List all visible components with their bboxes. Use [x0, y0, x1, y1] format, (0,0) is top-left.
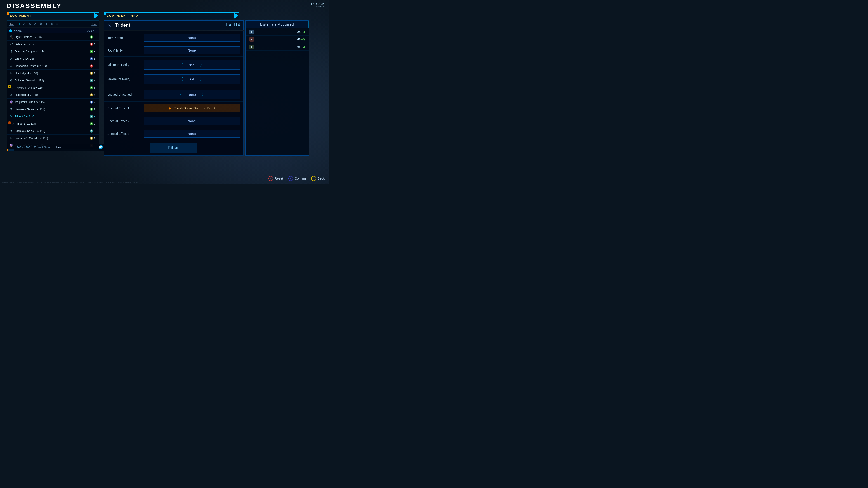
affinity-num: 8	[94, 115, 95, 118]
confirm-circle: ✕	[288, 176, 293, 181]
back-control[interactable]: ○ Back	[311, 176, 324, 181]
min-rarity-left-arrow[interactable]: 〈	[178, 62, 185, 68]
filter-row-item-name: Item Name None	[104, 31, 243, 44]
affinity-icon: ⬟	[90, 72, 93, 75]
job-affinity-value[interactable]: None	[144, 46, 240, 54]
affinity-num: 6	[94, 86, 95, 89]
item-affinity: ⬟ 7	[90, 137, 95, 140]
list-item[interactable]: ⚔ Barbarian's Sword (Lv. 115) ⬟ 7	[7, 135, 99, 142]
affinity-num: 7	[94, 137, 95, 140]
list-item[interactable]: ⚔ Lionheart's Sword (Lv. 120) ⬟ 8	[7, 62, 99, 70]
list-item[interactable]: ⚔ Hardedge (Lv. 116) ⬟ 7	[7, 70, 99, 77]
locked-value: None	[188, 93, 196, 96]
special1-control[interactable]: ▶ Slash Break Damage Dealt	[144, 104, 240, 112]
equipment-panel-title: EQUIPMENT	[10, 14, 31, 18]
item-icon: 🔨	[9, 35, 13, 39]
item-affinity: ⬟ 7	[90, 101, 95, 104]
item-level-display: Lv. 114	[226, 23, 240, 28]
item-badge: S	[8, 121, 11, 124]
filter-form: Item Name None Job Affinity None Minimum…	[103, 31, 244, 156]
list-header-dot	[9, 29, 12, 32]
list-item[interactable]: 🔨 Ogre Hammer (Lv. 53) ⬟ 3	[7, 33, 99, 41]
max-rarity-label: Maximum Rarity	[107, 77, 144, 81]
list-item[interactable]: 🗡 Sasuke & Saizō (Lv. 113) ⬟ 7	[7, 106, 99, 113]
hud-time: 28:46:26	[311, 5, 324, 8]
list-item[interactable]: 🛡 Defender (Lv. 54) ⬟ 3	[7, 41, 99, 48]
mat-plus: (+4)	[301, 38, 305, 41]
mat-plus: (+2)	[301, 31, 305, 33]
toolbar-sort-icon[interactable]: ≡	[55, 22, 59, 26]
mat-count: 24(+2)	[298, 30, 305, 33]
item-name: Trident (Lv. 114)	[15, 115, 90, 118]
filter-row-min-rarity: Minimum Rarity 〈 ★2 〉	[104, 58, 243, 72]
min-rarity-right-arrow[interactable]: 〉	[199, 62, 206, 68]
r3-badge[interactable]: R3	[99, 145, 103, 149]
reset-control[interactable]: ○ Reset	[268, 176, 283, 181]
back-label: Back	[318, 177, 324, 180]
affinity-num: 7	[94, 79, 95, 82]
equipment-panel: EQUIPMENT L1 ⊞ ✕ ⚔ ↗ ⚙ 🗡 ◈ ≡ R1 NAME Job…	[7, 12, 99, 151]
affinity-num: 3	[94, 43, 95, 46]
list-col-job: Job Aff	[88, 29, 96, 32]
max-rarity-right-arrow[interactable]: 〉	[199, 76, 206, 82]
tab-r1[interactable]: R1	[91, 22, 97, 26]
list-item[interactable]: 🗡 Sasuke & Saizō (Lv. 115) ⬟ 8	[7, 127, 99, 135]
toolbar-gear-icon[interactable]: ⚙	[38, 22, 43, 26]
affinity-num: 7	[94, 72, 95, 74]
level-value: 114	[233, 23, 240, 27]
toolbar-dash-icon[interactable]: ⚔	[27, 22, 32, 26]
special2-value[interactable]: None	[144, 117, 240, 125]
mat-count: 56(+2)	[298, 45, 305, 48]
special1-value: Slash Break Damage Dealt	[174, 106, 215, 110]
item-affinity: ⬟ 7	[90, 79, 95, 82]
list-item[interactable]: JE ⚔ Kikuichimonji (Lv. 115) ⬟ 6	[7, 84, 99, 91]
item-weapon-icon: ⚔	[107, 22, 112, 28]
tab-l1[interactable]: L1	[9, 22, 14, 26]
filter-button[interactable]: Filter	[150, 143, 197, 153]
list-item[interactable]: ⚙ Spinning Saws (Lv. 120) ⬟ 7	[7, 77, 99, 84]
item-affinity: ⬟ 8	[90, 129, 95, 133]
list-item[interactable]: ⚔ Trident (Lv. 114) ⬟ 8	[7, 113, 99, 120]
toolbar-grid-icon[interactable]: ⊞	[17, 22, 21, 26]
order-arrow[interactable]: 〈	[52, 145, 55, 149]
materials-row: ◆ 24(+2)	[246, 28, 309, 36]
affinity-num: 7	[94, 94, 95, 96]
list-item[interactable]: ⚔ Warlord (Lv. 28) ⬟ 1	[7, 55, 99, 62]
confirm-control[interactable]: ✕ Confirm	[288, 176, 306, 181]
filter-row-special2: Special Effect 2 None	[104, 115, 243, 127]
toolbar-filter-icon[interactable]: ◈	[50, 22, 54, 26]
filter-row-locked: Locked/Unlocked 〈 None 〉	[104, 88, 243, 102]
item-icon: 🗡	[9, 107, 13, 111]
item-name-value[interactable]: None	[144, 34, 240, 41]
affinity-icon: ⬟	[90, 108, 93, 111]
toolbar-arrow-icon[interactable]: ↗	[33, 22, 37, 26]
locked-control: 〈 None 〉	[144, 90, 240, 99]
mat-count: 42(+4)	[298, 38, 305, 41]
item-icon: 🛡	[9, 42, 13, 46]
affinity-icon: ⬟	[90, 93, 93, 96]
locked-left-arrow[interactable]: 〈	[176, 92, 183, 97]
equipment-panel-header: EQUIPMENT	[7, 12, 99, 19]
list-item[interactable]: ⚔ Hardedge (Lv. 115) ⬟ 7	[7, 91, 99, 98]
toolbar-sword-icon[interactable]: 🗡	[44, 22, 49, 26]
list-item[interactable]: S ⚔ Trident (Lv. 117) ⬟ 6	[7, 120, 99, 127]
toolbar-x-icon[interactable]: ✕	[22, 22, 26, 26]
list-item[interactable]: 🗡 Dancing Daggers (Lv. 54) ⬟ 3	[7, 48, 99, 55]
min-rarity-value: ★2	[189, 63, 194, 67]
affinity-icon: ⬟	[90, 50, 93, 53]
locked-right-arrow[interactable]: 〉	[200, 92, 207, 97]
item-name: Hardedge (Lv. 115)	[15, 93, 90, 96]
materials-row: ◆ 42(+4)	[246, 36, 309, 43]
affinity-num: 6	[94, 123, 95, 125]
special3-value[interactable]: None	[144, 130, 240, 138]
list-item[interactable]: 🔮 Magister's Club (Lv. 115) ⬟ 7	[7, 98, 99, 106]
hud-display: ◆ ○ ▼ △ □ ● 28:46:26	[311, 2, 324, 8]
list-col-name: NAME	[14, 29, 88, 32]
page-title: DISASSEMBLY	[7, 2, 62, 9]
max-rarity-value: ★4	[189, 77, 194, 81]
copyright: © KOEI TECMO GAMES/SQUARE ENIX CO., LTD.…	[2, 182, 140, 184]
special1-arrow-icon: ▶	[168, 106, 171, 110]
item-icon: ⚔	[9, 136, 13, 140]
max-rarity-left-arrow[interactable]: 〈	[178, 76, 185, 82]
affinity-icon: ⬟	[90, 115, 93, 118]
